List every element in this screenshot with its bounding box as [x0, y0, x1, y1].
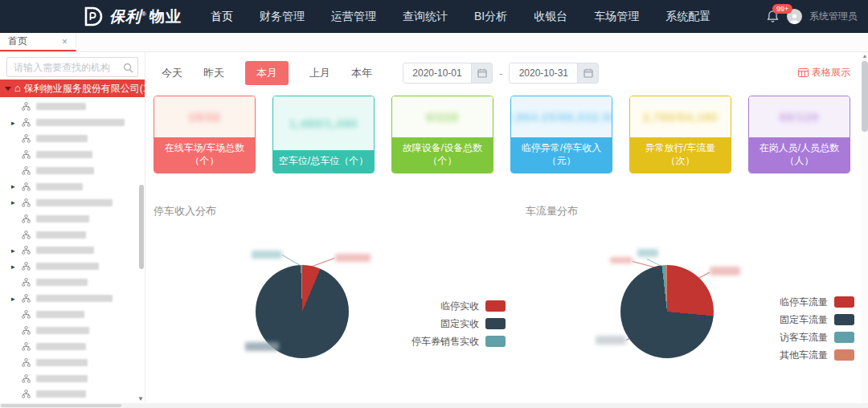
- main-scrollbar-thumb[interactable]: [862, 61, 868, 132]
- nav-item[interactable]: BI分析: [474, 10, 507, 24]
- stat-card[interactable]: 6/228故障设备/设备总数（个）: [391, 96, 493, 173]
- legend-label: 临停实收: [440, 300, 479, 313]
- org-tree-item[interactable]: [0, 386, 145, 402]
- legend-label: 临停车流量: [780, 296, 828, 309]
- sidebar-scrollbar[interactable]: [139, 185, 144, 269]
- org-item-label-redacted: [36, 119, 125, 126]
- date-filter-bar: 今天昨天本月上月本年 -: [162, 61, 868, 85]
- org-icon: [22, 358, 31, 367]
- quick-filter-button[interactable]: 上月: [309, 61, 330, 85]
- table-view-link[interactable]: 表格展示: [798, 66, 850, 80]
- org-tree-item[interactable]: ▸: [0, 194, 145, 210]
- nav-item[interactable]: 车场管理: [594, 10, 639, 24]
- nav-item[interactable]: 收银台: [534, 10, 567, 24]
- nav-item[interactable]: 财务管理: [260, 10, 305, 24]
- caret-right-icon[interactable]: ▸: [11, 119, 22, 127]
- org-tree-item[interactable]: ▸: [0, 291, 145, 307]
- nav-item[interactable]: 查询统计: [403, 10, 448, 24]
- sidebar-scroll-down-icon[interactable]: ▼: [137, 396, 144, 402]
- legend-item[interactable]: 临停实收: [411, 297, 506, 315]
- org-item-label-redacted: [36, 135, 88, 142]
- org-tree-item[interactable]: [0, 322, 145, 338]
- nav-item[interactable]: 系统配置: [665, 10, 710, 24]
- tab-home[interactable]: 首页 ×: [0, 33, 76, 51]
- tab-close-icon[interactable]: ×: [62, 36, 68, 47]
- legend-item[interactable]: 临停车流量: [760, 293, 854, 311]
- stat-card-label: 异常放行/车流量（次）: [630, 137, 731, 173]
- main-content: 今天昨天本月上月本年 -: [145, 52, 868, 403]
- date-separator: -: [499, 67, 502, 80]
- org-item-label-redacted: [36, 199, 113, 206]
- quick-filter-button[interactable]: 本年: [351, 61, 372, 85]
- quick-filter-button[interactable]: 今天: [162, 61, 182, 85]
- notification-bell-icon[interactable]: 99+: [767, 10, 780, 24]
- org-tree-item[interactable]: ▸: [0, 259, 145, 275]
- legend-item[interactable]: 停车券销售实收: [411, 333, 506, 350]
- quick-filter-button[interactable]: 本月: [245, 61, 289, 85]
- org-tree-item[interactable]: [0, 99, 145, 115]
- org-tree-item[interactable]: [0, 338, 145, 354]
- org-item-label-redacted: [36, 167, 94, 174]
- org-icon: [22, 134, 31, 143]
- nav-item[interactable]: 运营管理: [331, 10, 376, 24]
- stat-card[interactable]: 89/129在岗人员/人员总数（人）: [748, 96, 850, 173]
- org-tree-item[interactable]: ▸: [0, 178, 145, 194]
- caret-right-icon[interactable]: ▸: [11, 198, 22, 206]
- caret-right-icon[interactable]: ▸: [11, 182, 22, 190]
- stat-card[interactable]: 7,964.25/86,032.50临停异常/停车收入（元）: [510, 96, 612, 173]
- org-search-input[interactable]: [6, 57, 138, 77]
- stat-card[interactable]: 15/32在线车场/车场总数（个）: [154, 96, 256, 173]
- org-tree-item[interactable]: [0, 307, 145, 323]
- start-date-input[interactable]: [403, 63, 471, 83]
- legend-item[interactable]: 固定车流量: [760, 311, 854, 328]
- org-icon: [22, 326, 31, 335]
- chart-title-traffic: 车流量分布: [526, 204, 578, 218]
- pie-label-redacted: [335, 254, 371, 262]
- org-icon: [22, 262, 31, 271]
- org-tree-item[interactable]: [0, 354, 145, 370]
- stat-card[interactable]: 2,786/64,190异常放行/车流量（次）: [629, 96, 731, 173]
- org-tree-item[interactable]: [0, 163, 145, 179]
- org-item-label-redacted: [36, 103, 86, 110]
- org-item-label-redacted: [36, 215, 89, 222]
- org-tree-item[interactable]: [0, 147, 145, 163]
- search-icon[interactable]: [123, 62, 133, 76]
- caret-right-icon[interactable]: ▸: [11, 295, 22, 303]
- stat-card-value-redacted: 6/228: [426, 111, 458, 124]
- stat-card-label: 故障设备/设备总数（个）: [392, 137, 493, 173]
- legend-item[interactable]: 其他车流量: [760, 346, 854, 364]
- org-tree-item[interactable]: ▸: [0, 243, 145, 259]
- nav-item[interactable]: 首页: [211, 10, 233, 24]
- stat-card[interactable]: 1,480/1,490空车位/总车位（个）: [272, 96, 375, 173]
- org-icon: [22, 294, 31, 303]
- org-tree-item[interactable]: [0, 131, 145, 147]
- caret-right-icon[interactable]: ▸: [11, 263, 22, 271]
- stat-card-value-area: 15/32: [154, 96, 255, 137]
- org-tree: ▸▸▸▸▸▸: [0, 99, 145, 403]
- org-item-label-redacted: [36, 279, 88, 286]
- home-icon: ⌂: [14, 84, 21, 93]
- quick-filter-button[interactable]: 昨天: [203, 61, 224, 85]
- legend-label: 固定车流量: [780, 313, 828, 327]
- org-tree-item[interactable]: [0, 275, 145, 291]
- org-icon: [22, 374, 31, 383]
- org-tree-item[interactable]: [0, 210, 145, 226]
- main-scrollbar-track[interactable]: ▲: [862, 52, 868, 403]
- org-tree-item[interactable]: ▸: [0, 115, 145, 131]
- horizontal-scrollbar-track[interactable]: [0, 403, 868, 408]
- scroll-up-icon[interactable]: ▲: [862, 53, 868, 59]
- table-icon: [798, 68, 809, 77]
- org-tree-item[interactable]: [0, 226, 145, 243]
- caret-down-icon[interactable]: [5, 87, 11, 91]
- legend-item[interactable]: 访客车流量: [760, 328, 854, 346]
- org-root-label: 保利物业服务股份有限公司(15/32): [24, 82, 145, 96]
- end-date-input[interactable]: [510, 63, 577, 83]
- org-item-label-redacted: [36, 295, 113, 302]
- legend-item[interactable]: 固定实收: [411, 315, 506, 333]
- caret-right-icon[interactable]: ▸: [11, 247, 22, 255]
- org-tree-item[interactable]: [0, 370, 145, 386]
- start-date-calendar-icon[interactable]: [471, 63, 492, 83]
- end-date-calendar-icon[interactable]: [577, 63, 598, 83]
- horizontal-scrollbar-thumb[interactable]: [1, 404, 121, 407]
- org-tree-root[interactable]: ⌂ 保利物业服务股份有限公司(15/32): [0, 80, 145, 97]
